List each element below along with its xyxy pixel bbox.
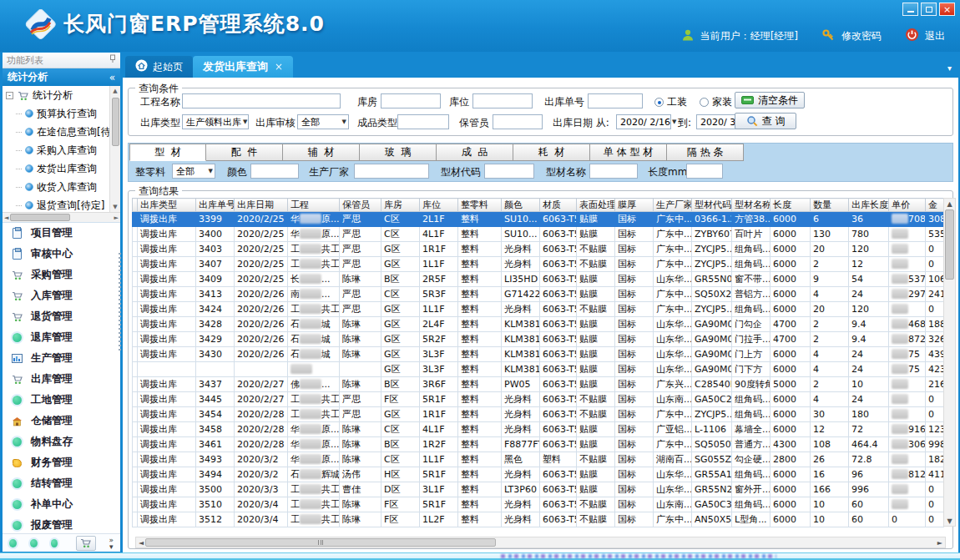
table-row[interactable]: 调拨出库34092020/2/25长...陈琳B区2R5F整料LI35HD606… — [133, 272, 944, 287]
column-header[interactable]: 工程 — [288, 199, 340, 212]
material-tab[interactable]: 单 体 型 材 — [590, 144, 667, 161]
scroll-up-icon[interactable]: ▲ — [113, 86, 117, 96]
table-row[interactable]: 调拨出库34132020/2/26南...严思C区5R3F整料G71422606… — [133, 287, 944, 302]
sidebar-module[interactable]: 报废管理 — [3, 515, 120, 533]
home-install-radio[interactable]: 家装 — [700, 95, 732, 109]
tree-root[interactable]: - 统计分析 — [3, 86, 109, 104]
table-row[interactable]: 调拨出库34542020/2/28工共工程严思G区1R1F整料光身料6063-T… — [133, 407, 944, 422]
column-header[interactable]: 出库长度 — [849, 199, 889, 212]
tree-vscroll-thumb[interactable] — [112, 98, 119, 146]
tab-shipment-outbound-query[interactable]: 发货出库查询 × — [193, 56, 293, 78]
clear-conditions-button[interactable]: 清空条件 — [735, 92, 805, 108]
column-header[interactable]: 库位 — [420, 199, 458, 212]
column-header[interactable]: 整零料 — [458, 199, 502, 212]
module-dot-icon[interactable] — [51, 539, 58, 547]
sidebar-module[interactable]: 仓储管理 — [3, 411, 120, 431]
keeper-input[interactable] — [493, 114, 543, 129]
length-input[interactable] — [686, 164, 723, 179]
sidebar-module[interactable]: 补单中心 — [3, 494, 120, 515]
tree-item[interactable]: 收货入库查询 — [3, 178, 109, 196]
scroll-down-icon[interactable]: ▼ — [947, 516, 952, 526]
tab-close-icon[interactable]: × — [275, 61, 283, 73]
table-row[interactable]: 调拨出库34072020/2/25工共工程严思G区1L1F整料光身料6063-T… — [133, 257, 944, 272]
tree-item[interactable]: 发货出库查询 — [3, 159, 109, 178]
material-tab[interactable]: 配 件 — [206, 144, 283, 161]
tree-horizontal-scrollbar[interactable]: ◄ ► — [3, 212, 120, 223]
minimize-button[interactable] — [902, 3, 918, 16]
sidebar-group-header[interactable]: 统计分析 « — [3, 68, 120, 86]
table-row[interactable]: 调拨出库34292020/2/26石城陈琳G区5R2F整料KLM38176063… — [133, 332, 944, 347]
tree-vertical-scrollbar[interactable]: ▲ ▼ — [109, 86, 120, 212]
sidebar-module[interactable]: 退库管理 — [3, 327, 120, 348]
column-header[interactable]: 数量 — [811, 199, 849, 212]
pin-icon[interactable] — [109, 54, 116, 66]
tree-item[interactable]: 预算执行查询 — [3, 104, 109, 123]
table-row[interactable]: 调拨出库34372020/2/27佛...陈琳B区3R6F整料PW056063-… — [133, 377, 944, 392]
sidebar-module[interactable]: 结转管理 — [3, 473, 120, 494]
table-row[interactable]: 调拨出库34002020/2/25华原...严思C区4L1F整料SU10...6… — [133, 227, 944, 242]
profile-name-input[interactable] — [589, 164, 638, 179]
module-dot-icon[interactable] — [9, 539, 17, 547]
tree-item[interactable]: 采购入库查询 — [3, 141, 109, 159]
table-row[interactable]: 调拨出库34032020/2/25工共工程严思G区1R1F整料光身料6063-T… — [133, 242, 944, 257]
grid-horizontal-scrollbar[interactable]: ◄ ► — [135, 537, 946, 548]
table-row[interactable]: 调拨出库34242020/2/26工共工程严思G区1L1F整料光身料6063-T… — [133, 302, 944, 317]
tree-item[interactable]: 在途信息查询[待 — [3, 123, 109, 141]
sidebar-module[interactable]: 退货管理 — [3, 306, 120, 327]
column-header[interactable]: 表面处理 — [577, 199, 615, 212]
logout-link[interactable]: 退出 — [925, 29, 945, 43]
column-header[interactable]: 出库日期 — [235, 199, 288, 212]
cart-module-button[interactable] — [76, 536, 95, 551]
sidebar-module[interactable]: 项目管理 — [3, 223, 120, 244]
more-modules-chevron[interactable]: »▾ — [109, 537, 114, 550]
column-header[interactable]: 膜厚 — [615, 199, 654, 212]
project-name-input[interactable] — [182, 93, 341, 108]
sidebar-module[interactable]: 工地管理 — [3, 390, 120, 411]
column-header[interactable]: 金 — [926, 199, 944, 212]
table-row[interactable]: 调拨出库35002020/3/3工共工程曹佳D区3L1F整料LT3P606063… — [133, 482, 944, 497]
column-header[interactable]: 生产厂家 — [654, 199, 692, 212]
column-header[interactable]: 长度 — [771, 199, 811, 212]
scroll-up-icon[interactable]: ▲ — [947, 199, 952, 209]
close-button[interactable]: × — [939, 3, 955, 16]
change-password-link[interactable]: 修改密码 — [841, 29, 882, 43]
scroll-down-icon[interactable]: ▼ — [113, 202, 117, 212]
sidebar-module[interactable]: 入库管理 — [3, 285, 120, 306]
sidebar-module[interactable]: 审核中心 — [3, 244, 120, 265]
scroll-left-icon[interactable]: ◄ — [4, 214, 8, 221]
material-tab[interactable]: 型 材 — [129, 144, 206, 161]
sidebar-module[interactable]: 生产管理 — [3, 348, 120, 369]
maximize-button[interactable] — [921, 3, 937, 16]
grid-vscroll-thumb[interactable] — [945, 209, 954, 280]
warehouse-input[interactable] — [381, 93, 441, 108]
profile-code-input[interactable] — [484, 164, 534, 179]
outbound-type-select[interactable]: 生产领料出库▼ — [182, 114, 249, 129]
table-row[interactable]: 调拨出库34942020/3/2石辉城汤伟H区5R1F整料光身料6063-T5贴… — [133, 467, 944, 482]
scroll-left-icon[interactable]: ◄ — [139, 539, 144, 547]
table-row[interactable]: 调拨出库35122020/3/4工共工程陈琳F区1L2F整料光身料6063-T5… — [133, 512, 944, 527]
table-row[interactable]: 调拨出库34582020/2/28华原...陈琳C区4L1F整料光身料6063-… — [133, 422, 944, 437]
location-input[interactable] — [472, 93, 533, 108]
table-row[interactable]: 调拨出库34612020/2/28华原...陈琳B区1R2F整料F8877FT6… — [133, 437, 944, 452]
material-tab[interactable]: 辅 材 — [283, 144, 360, 161]
table-row[interactable]: G区3L3F整料KLM38176063-T5贴膜国标山东华...GA90M09.… — [133, 362, 944, 377]
column-header[interactable]: 库房 — [381, 199, 420, 212]
tree-item[interactable]: 退货查询[待定] — [3, 196, 109, 212]
column-header[interactable]: 出库类型 — [138, 199, 196, 212]
material-tab[interactable]: 隔 热 条 — [667, 144, 744, 161]
table-row[interactable]: 调拨出库33992020/2/25华原...严思C区2L1F整料SU10...6… — [133, 212, 944, 227]
material-tab[interactable]: 成 品 — [437, 144, 513, 161]
audit-select[interactable]: 全部▼ — [297, 114, 349, 129]
table-row[interactable]: 调拨出库34932020/3/2华原...陈琳C区1L1F整料黑色塑料不贴膜国标… — [133, 452, 944, 467]
table-row[interactable]: 调拨出库34452020/2/27工共工程严思F区5R1F整料光身料6063-T… — [133, 392, 944, 407]
grid-hscroll-thumb[interactable] — [145, 538, 496, 547]
search-button[interactable]: 查 询 — [735, 113, 796, 129]
product-type-input[interactable] — [397, 114, 449, 129]
tree-expand-icon[interactable]: - — [6, 92, 13, 99]
material-tab[interactable]: 玻 璃 — [360, 144, 437, 161]
splitter-grip[interactable] — [119, 253, 121, 353]
sidebar-module[interactable]: 出库管理 — [3, 369, 120, 390]
sidebar-module[interactable]: 财务管理 — [3, 452, 120, 473]
collapse-chevron-icon[interactable]: « — [109, 72, 115, 83]
order-no-input[interactable] — [588, 93, 643, 108]
